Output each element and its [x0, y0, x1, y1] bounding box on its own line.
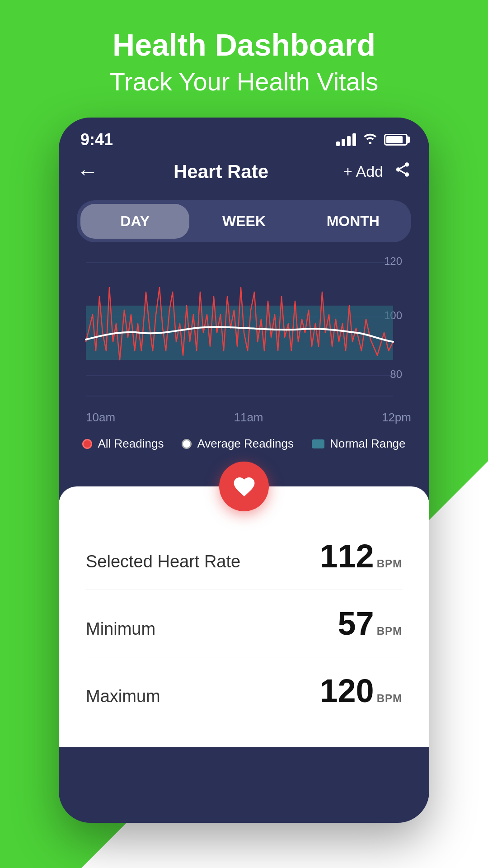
chart-container: 120 100 80 10am 11am 12pm: [77, 251, 411, 428]
period-week-button[interactable]: WEEK: [189, 204, 298, 239]
all-readings-label: All Readings: [98, 437, 164, 451]
legend-all-readings: All Readings: [82, 437, 164, 451]
period-day-button[interactable]: DAY: [80, 204, 189, 239]
phone-mockup: 9:41 ← Heart Rate + Add: [59, 118, 429, 823]
minimum-row: Minimum 57 BPM: [86, 590, 402, 657]
svg-text:120: 120: [384, 255, 402, 267]
header-subtitle: Track Your Health Vitals: [0, 67, 488, 96]
header-title: Health Dashboard: [0, 27, 488, 62]
svg-text:80: 80: [390, 368, 402, 380]
svg-point-2: [405, 172, 409, 177]
selected-heart-rate-value: 112 BPM: [320, 540, 402, 572]
heart-rate-chart: 120 100 80: [77, 251, 411, 405]
x-label-12pm: 12pm: [382, 410, 411, 425]
back-button[interactable]: ←: [77, 159, 99, 184]
nav-bar: ← Heart Rate + Add: [59, 155, 429, 193]
legend-normal-range: Normal Range: [312, 437, 406, 451]
maximum-number: 120: [320, 675, 374, 707]
minimum-unit: BPM: [377, 625, 402, 637]
selected-heart-rate-row: Selected Heart Rate 112 BPM: [86, 523, 402, 590]
period-month-button[interactable]: MONTH: [299, 204, 408, 239]
normal-range-icon: [312, 439, 324, 448]
svg-line-4: [400, 165, 405, 168]
status-time: 9:41: [80, 130, 113, 149]
selected-heart-rate-number: 112: [320, 540, 374, 572]
chart-x-labels: 10am 11am 12pm: [77, 407, 411, 425]
minimum-number: 57: [338, 607, 374, 640]
stats-card: Selected Heart Rate 112 BPM Minimum 57 B…: [59, 486, 429, 747]
selected-heart-rate-label: Selected Heart Rate: [86, 552, 240, 571]
heart-button-container: [59, 462, 429, 511]
maximum-value: 120 BPM: [320, 675, 402, 707]
minimum-value: 57 BPM: [338, 607, 402, 640]
add-button[interactable]: + Add: [343, 163, 383, 180]
heart-button[interactable]: [219, 462, 269, 511]
chart-legend: All Readings Average Readings Normal Ran…: [59, 428, 429, 462]
signal-icon: [336, 133, 356, 146]
heart-icon: [232, 474, 257, 499]
battery-icon: [384, 134, 408, 146]
svg-point-1: [396, 167, 401, 172]
maximum-row: Maximum 120 BPM: [86, 657, 402, 724]
avg-readings-label: Average Readings: [197, 437, 293, 451]
minimum-label: Minimum: [86, 619, 155, 639]
share-button[interactable]: [394, 161, 411, 182]
wifi-icon: [362, 132, 378, 147]
svg-point-0: [405, 162, 409, 167]
selected-heart-rate-unit: BPM: [377, 557, 402, 570]
all-readings-icon: [82, 439, 92, 449]
status-icons: [336, 132, 408, 147]
svg-line-3: [400, 170, 405, 173]
page-title: Heart Rate: [99, 161, 343, 183]
x-label-11am: 11am: [234, 410, 263, 425]
normal-range-label: Normal Range: [330, 437, 406, 451]
avg-readings-icon: [182, 439, 192, 449]
period-selector: DAY WEEK MONTH: [77, 200, 411, 242]
status-bar: 9:41: [59, 118, 429, 155]
header-section: Health Dashboard Track Your Health Vital…: [0, 27, 488, 96]
legend-avg-readings: Average Readings: [182, 437, 293, 451]
nav-actions: + Add: [343, 161, 411, 182]
maximum-unit: BPM: [377, 692, 402, 705]
x-label-10am: 10am: [86, 410, 115, 425]
maximum-label: Maximum: [86, 687, 160, 706]
